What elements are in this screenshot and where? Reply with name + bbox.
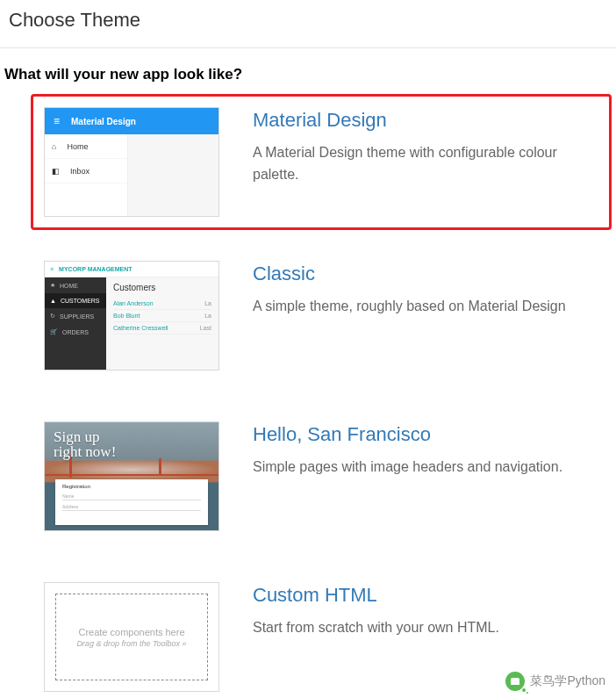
- thumb-nav-label: Home: [67, 142, 88, 151]
- home-icon: ⌂: [52, 142, 56, 151]
- dialog-content: What will your new app look like? ≡ Mate…: [0, 48, 616, 698]
- thumb-row-name: Alan Anderson: [113, 300, 154, 306]
- star-icon: ★: [50, 282, 55, 289]
- theme-description: A Material Design theme with configurabl…: [253, 142, 598, 186]
- thumb-row-meta: La: [204, 300, 211, 306]
- watermark: 菜鸟学Python: [505, 672, 605, 691]
- theme-thumbnail: Create components here Drag & drop from …: [44, 582, 219, 692]
- thumb-row-meta: Last: [200, 325, 211, 331]
- theme-description: A simple theme, roughly based on Materia…: [253, 296, 598, 318]
- theme-option-material-design[interactable]: ≡ Material Design ⌂ Home ◧ Inbox: [31, 94, 612, 230]
- hamburger-icon: ≡: [54, 115, 59, 127]
- refresh-icon: ↻: [50, 313, 55, 320]
- cart-icon: 🛒: [50, 328, 58, 335]
- theme-title: Classic: [253, 263, 598, 285]
- inbox-icon: ◧: [52, 167, 60, 176]
- thumb-header-label: Material Design: [71, 117, 136, 126]
- thumb-side-label: HOME: [60, 283, 78, 289]
- theme-title: Material Design: [253, 109, 598, 132]
- thumb-placeholder-line: Drag & drop from the Toolbox »: [76, 639, 186, 648]
- thumb-brand-label: MYCORP MANAGEMENT: [59, 266, 132, 272]
- thumb-row-name: Bob Blunt: [113, 313, 140, 319]
- thumb-nav-label: Inbox: [70, 167, 90, 176]
- theme-option-hello-san-francisco[interactable]: Sign up right now! Registration Name Add…: [31, 408, 612, 544]
- theme-list: ≡ Material Design ⌂ Home ◧ Inbox: [4, 94, 612, 698]
- watermark-text: 菜鸟学Python: [530, 673, 605, 689]
- thumb-form-title: Registration: [62, 484, 201, 489]
- thumb-row-meta: La: [204, 313, 211, 319]
- theme-option-classic[interactable]: ≡ MYCORP MANAGEMENT ★HOME ▲CUSTOMERS ↻SU…: [31, 248, 612, 384]
- theme-title: Custom HTML: [253, 584, 598, 607]
- dialog-title: Choose Theme: [9, 9, 607, 32]
- thumb-hero-line: right now!: [54, 444, 116, 459]
- theme-description: Simple pages with image headers and navi…: [253, 457, 598, 479]
- thumb-hero-line: Sign up: [54, 429, 116, 444]
- user-icon: ▲: [50, 298, 56, 304]
- theme-thumbnail: ≡ MYCORP MANAGEMENT ★HOME ▲CUSTOMERS ↻SU…: [44, 261, 219, 371]
- wechat-icon: [505, 672, 525, 691]
- prompt-subtitle: What will your new app look like?: [4, 66, 612, 83]
- theme-description: Start from scratch with your own HTML.: [253, 617, 598, 639]
- thumb-form-field: Name: [62, 492, 201, 500]
- thumb-row-name: Catherine Cresswell: [113, 325, 168, 331]
- thumb-panel-title: Customers: [113, 283, 211, 292]
- thumb-placeholder-line: Create components here: [78, 627, 184, 637]
- theme-thumbnail: Sign up right now! Registration Name Add…: [44, 421, 219, 531]
- thumb-side-label: ORDERS: [62, 329, 89, 335]
- theme-thumbnail: ≡ Material Design ⌂ Home ◧ Inbox: [44, 107, 219, 217]
- theme-title: Hello, San Francisco: [253, 423, 598, 446]
- hamburger-icon: ≡: [50, 266, 54, 272]
- dialog-header: Choose Theme: [0, 0, 616, 48]
- thumb-side-label: CUSTOMERS: [61, 298, 100, 304]
- thumb-side-label: SUPPLIERS: [60, 313, 94, 320]
- thumb-form-field: Address: [62, 502, 201, 511]
